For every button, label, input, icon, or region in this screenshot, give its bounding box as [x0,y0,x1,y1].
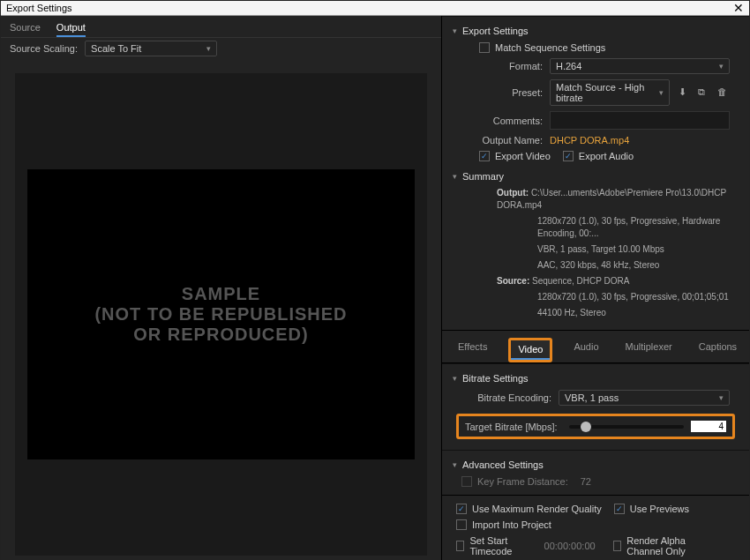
output-name-link[interactable]: DHCP DORA.mp4 [550,135,629,146]
comments-input[interactable] [550,111,730,130]
tab-output[interactable]: Output [56,19,86,37]
right-panel: Export Settings Match Sequence Settings … [442,16,749,560]
source-scaling-select[interactable]: Scale To Fit [85,41,217,56]
target-bitrate-slider[interactable] [569,425,684,429]
delete-preset-icon[interactable]: 🗑 [717,86,730,99]
preview-video: SAMPLE (NOT TO BE REPUBLISHED OR REPRODU… [27,169,415,459]
tab-effects[interactable]: Effects [453,338,492,362]
start-timecode-checkbox[interactable]: Set Start Timecode [456,535,532,556]
target-bitrate-label: Target Bitrate [Mbps]: [465,422,562,432]
export-settings-window: Export Settings ✕ Source Output Source S… [0,0,750,560]
max-render-quality-checkbox[interactable]: Use Maximum Render Quality [456,504,602,514]
tab-audio[interactable]: Audio [568,338,604,362]
match-sequence-checkbox[interactable]: Match Sequence Settings [479,42,605,53]
import-preset-icon[interactable]: ⧉ [698,86,710,99]
tab-video[interactable]: Video [511,340,550,360]
close-icon[interactable]: ✕ [733,1,744,15]
save-preset-icon[interactable]: ⬇ [679,86,691,99]
export-video-checkbox[interactable]: Export Video [479,151,551,161]
export-settings-header[interactable]: Export Settings [453,22,739,40]
left-panel: Source Output Source Scaling: Scale To F… [1,16,442,560]
keyframe-checkbox[interactable]: Key Frame Distance: [461,476,568,487]
title-bar: Export Settings ✕ [1,1,749,16]
export-audio-checkbox[interactable]: Export Audio [563,151,634,161]
window-title: Export Settings [6,3,72,13]
preview-tabs: Source Output [1,16,441,38]
tab-multiplexer[interactable]: Multiplexer [620,338,678,362]
bitrate-encoding-select[interactable]: VBR, 1 pass [559,390,730,406]
settings-tabs: Effects Video Audio Multiplexer Captions… [442,330,749,363]
use-previews-checkbox[interactable]: Use Previews [614,504,689,514]
format-select[interactable]: H.264 [550,58,730,74]
target-bitrate-input[interactable] [691,421,726,432]
tab-captions[interactable]: Captions [694,338,742,362]
advanced-settings-header[interactable]: Advanced Settings [453,456,739,474]
source-scaling-label: Source Scaling: [10,43,85,54]
import-project-checkbox[interactable]: Import Into Project [456,519,551,530]
render-alpha-checkbox[interactable]: Render Alpha Channel Only [613,535,717,556]
preview-area: SAMPLE (NOT TO BE REPUBLISHED OR REPRODU… [15,73,427,556]
bitrate-settings-header[interactable]: Bitrate Settings [453,370,739,387]
summary-header[interactable]: Summary [453,168,739,185]
tab-source[interactable]: Source [10,19,41,37]
preset-select[interactable]: Match Source - High bitrate [550,79,670,106]
